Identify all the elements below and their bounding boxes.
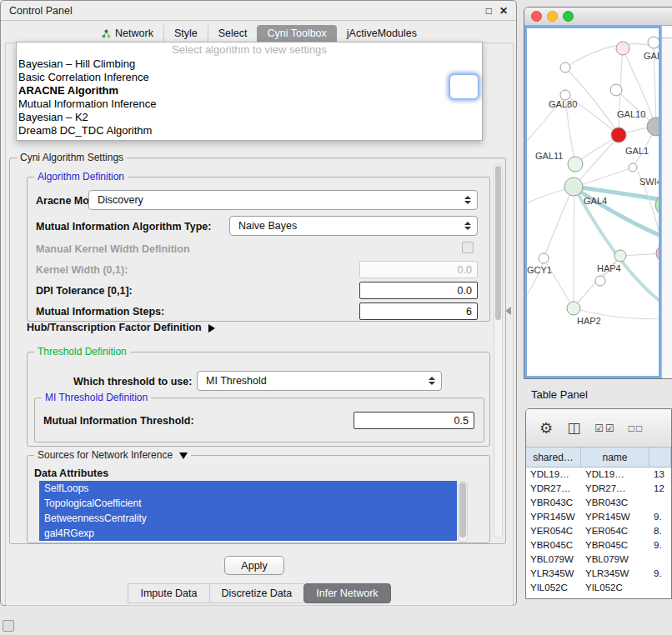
settings-scrollbar[interactable] xyxy=(494,163,503,538)
bottom-tab-impute-data[interactable]: Impute Data xyxy=(128,583,208,603)
settings-scrollbar-thumb[interactable] xyxy=(495,166,501,320)
network-node[interactable] xyxy=(648,37,659,48)
table-cell[interactable]: YDL19… xyxy=(581,468,649,482)
network-node[interactable] xyxy=(629,163,637,172)
float-window-icon[interactable]: □ xyxy=(486,6,492,16)
table-cell[interactable]: YLR345W xyxy=(526,567,581,581)
network-edge xyxy=(574,188,574,308)
network-scrollbar-button[interactable] xyxy=(662,26,672,38)
table-cell[interactable]: YDR27… xyxy=(526,482,581,496)
attribute-item-topologicalcoefficient[interactable]: TopologicalCoefficient xyxy=(39,496,457,511)
table-cell[interactable]: YBR043C xyxy=(526,496,581,510)
tab-select[interactable]: Select xyxy=(208,25,258,42)
unchecked-columns-icon[interactable]: □□ xyxy=(629,423,644,433)
bottom-tab-discretize-data[interactable]: Discretize Data xyxy=(209,583,304,603)
table-row[interactable]: YBR043CYBR043C xyxy=(526,496,671,510)
gear-icon[interactable]: ⚙ xyxy=(539,421,554,436)
algorithm-option-basic-correlation-inference[interactable]: Basic Correlation Inference xyxy=(17,71,482,84)
network-node[interactable] xyxy=(595,276,605,286)
network-node[interactable] xyxy=(567,302,580,315)
network-node[interactable] xyxy=(539,253,549,263)
table-row[interactable]: YDL19…YDL19…13 xyxy=(526,468,671,482)
mac-minimize-button[interactable] xyxy=(547,11,558,22)
tab-cyni-toolbox[interactable]: Cyni Toolbox xyxy=(257,25,336,42)
algorithm-option-aracne-algorithm[interactable]: ARACNE Algorithm xyxy=(17,84,482,98)
hub-transcription-factor-section[interactable]: Hub/Transcription Factor Definition xyxy=(27,322,215,333)
mi-steps-input[interactable] xyxy=(359,302,478,320)
table-cell[interactable] xyxy=(649,496,671,510)
table-cell[interactable]: YDL19… xyxy=(526,468,581,482)
apply-button[interactable]: Apply xyxy=(224,556,284,575)
table-cell[interactable]: YLR345W xyxy=(581,567,649,581)
network-node[interactable] xyxy=(616,42,629,55)
table-cell[interactable]: YBL079W xyxy=(526,552,581,567)
panel-splitter-handle[interactable] xyxy=(505,307,511,315)
table-cell[interactable]: YBR045C xyxy=(526,538,581,552)
table-cell[interactable] xyxy=(649,552,671,567)
table-cell[interactable]: YBR045C xyxy=(581,538,649,552)
mi-threshold-input[interactable] xyxy=(354,412,474,429)
algorithm-option-mutual-information-inference[interactable]: Mutual Information Inference xyxy=(17,98,482,111)
table-row[interactable]: YER054CYER054C8. xyxy=(526,524,671,538)
table-cell[interactable]: YER054C xyxy=(526,524,581,538)
mi-algorithm-type-select[interactable]: Naive Bayes xyxy=(229,216,478,236)
table-cell[interactable]: YBL079W xyxy=(581,552,649,567)
network-node[interactable] xyxy=(610,84,622,96)
columns-icon[interactable]: ◫ xyxy=(567,421,582,435)
bottom-tab-infer-network[interactable]: Infer Network xyxy=(303,583,390,603)
minimized-panel-icon[interactable] xyxy=(3,620,14,632)
table-cell[interactable] xyxy=(649,581,671,595)
mac-close-button[interactable] xyxy=(531,11,542,22)
table-row[interactable]: YBR045CYBR045C9. xyxy=(526,538,671,552)
table-cell[interactable]: 9. xyxy=(649,510,671,524)
algorithm-option-dream8-dc-tdc-algorithm[interactable]: Dream8 DC_TDC Algorithm xyxy=(17,124,482,138)
table-cell[interactable]: YER054C xyxy=(581,524,649,538)
table-cell[interactable]: 8. xyxy=(649,524,671,538)
table-row[interactable]: YDR27…YDR27…12 xyxy=(526,482,671,496)
algorithm-option-bayesian-k2[interactable]: Bayesian – K2 xyxy=(17,111,482,124)
network-node[interactable] xyxy=(647,118,661,136)
attribute-item-selfloops[interactable]: SelfLoops xyxy=(39,481,457,496)
table-column-header-name[interactable]: name xyxy=(581,448,649,467)
table-cell[interactable]: YPR145W xyxy=(581,510,649,524)
checked-columns-icon[interactable]: ☑☑ xyxy=(594,423,616,433)
table-cell[interactable]: YPR145W xyxy=(526,510,581,524)
table-cell[interactable]: 13 xyxy=(649,468,671,482)
table-cell[interactable]: 12 xyxy=(649,482,671,496)
network-node[interactable] xyxy=(568,157,583,172)
top-tabs: NetworkStyleSelectCyni ToolboxjActiveMod… xyxy=(1,24,518,42)
attributes-list-scrollbar[interactable] xyxy=(458,481,468,542)
network-node[interactable] xyxy=(560,62,570,72)
tab-network[interactable]: Network xyxy=(92,25,163,42)
table-column-header-shared[interactable]: shared… xyxy=(526,448,581,467)
table-cell[interactable]: YDR27… xyxy=(581,482,649,496)
table-cell[interactable]: 9. xyxy=(649,538,671,552)
attributes-scrollbar-thumb[interactable] xyxy=(459,482,466,538)
attribute-item-betweennesscentrality[interactable]: BetweennessCentrality xyxy=(39,511,457,526)
algorithm-option-bayesian-hill-climbing[interactable]: Bayesian – Hill Climbing xyxy=(17,58,482,71)
which-threshold-select[interactable]: MI Threshold xyxy=(197,371,442,391)
table-row[interactable]: YLR345WYLR345W9. xyxy=(526,567,671,581)
network-scrollbar[interactable] xyxy=(661,26,672,378)
manual-kernel-width-label: Manual Kernel Width Definition xyxy=(36,243,190,255)
network-canvas[interactable]: GAL8GAL80GAL10GAL11GAL1SWI4GAL4GCY1HAP4H… xyxy=(524,26,661,378)
table-cell[interactable]: YBR043C xyxy=(581,496,649,510)
table-cell[interactable]: 9. xyxy=(649,567,671,581)
network-node[interactable] xyxy=(564,178,583,196)
table-cell[interactable]: YIL052C xyxy=(526,581,581,595)
table-column-header-col2[interactable] xyxy=(649,448,671,467)
tab-jactivemodules[interactable]: jActiveModules xyxy=(337,25,427,42)
sources-title[interactable]: Sources for Network Inference xyxy=(34,449,191,461)
close-window-icon[interactable]: ✕ xyxy=(499,6,508,16)
table-row[interactable]: YBL079WYBL079W xyxy=(526,552,671,567)
network-node[interactable] xyxy=(614,250,626,262)
mac-zoom-button[interactable] xyxy=(563,11,574,22)
table-row[interactable]: YPR145WYPR145W9. xyxy=(526,510,671,524)
tab-style[interactable]: Style xyxy=(163,25,208,42)
table-cell[interactable]: YIL052C xyxy=(581,581,649,595)
dpi-tolerance-input[interactable] xyxy=(359,282,478,299)
aracne-mode-select[interactable]: Discovery xyxy=(88,190,478,210)
network-node[interactable] xyxy=(611,128,626,142)
attribute-item-gal4rgexp[interactable]: gal4RGexp xyxy=(39,526,457,541)
table-row[interactable]: YIL052CYIL052C xyxy=(526,581,671,595)
